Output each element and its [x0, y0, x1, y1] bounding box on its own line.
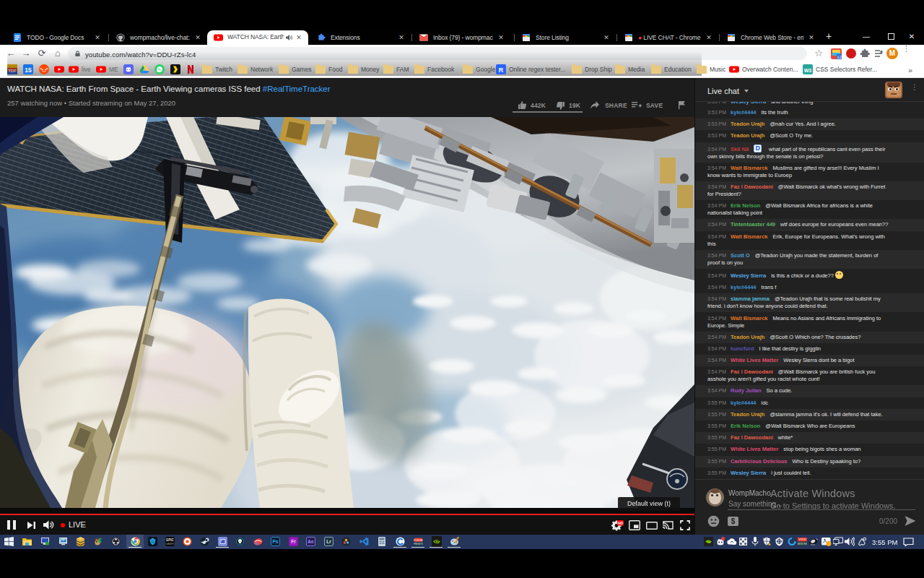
svg-text:Ps: Ps — [273, 539, 279, 544]
svg-text:Ae: Ae — [308, 539, 314, 544]
svg-text:Fr: Fr — [291, 539, 296, 544]
svg-text:R: R — [499, 66, 504, 74]
svg-text:15: 15 — [25, 66, 32, 74]
svg-text:12: 12 — [837, 55, 842, 59]
svg-text:PRESETS: PRESETS — [414, 543, 423, 545]
svg-text:VOICE: VOICE — [799, 538, 806, 541]
svg-text:N: N — [152, 540, 154, 544]
svg-text:FORGE: FORGE — [414, 539, 423, 542]
svg-text:$: $ — [731, 517, 736, 525]
svg-text:EPIC: EPIC — [166, 538, 174, 542]
svg-text:HD: HD — [618, 521, 624, 525]
svg-text:GAMES: GAMES — [165, 543, 175, 545]
svg-text:Lr: Lr — [326, 539, 331, 544]
svg-text:MEETER: MEETER — [798, 543, 807, 545]
svg-text:W3: W3 — [804, 68, 812, 73]
